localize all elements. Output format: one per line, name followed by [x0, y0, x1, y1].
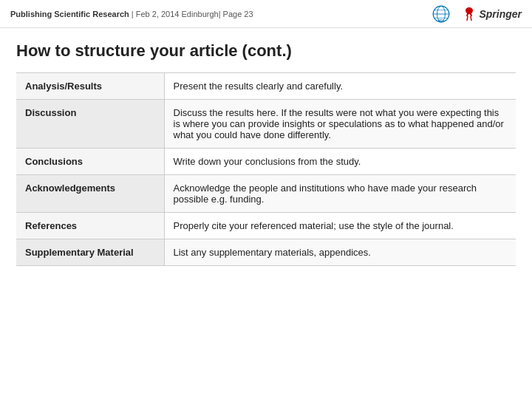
table-row: AcknowledgementsAcknowledge the people a… — [16, 175, 516, 213]
header-logos: SDL Springer — [428, 4, 522, 24]
row-description: List any supplementary materials, append… — [164, 239, 516, 266]
header-title-bold: Publishing Scientific Research — [10, 10, 129, 18]
springer-text: Springer — [479, 8, 522, 20]
svg-text:SDL: SDL — [438, 18, 445, 22]
svg-line-7 — [467, 16, 468, 21]
table-row: ReferencesProperly cite your referenced … — [16, 213, 516, 239]
row-label: References — [16, 213, 164, 239]
row-label: Discussion — [16, 100, 164, 149]
row-description: Acknowledge the people and institutions … — [164, 175, 516, 213]
row-description: Present the results clearly and carefull… — [164, 73, 516, 100]
structure-table: Analysis/ResultsPresent the results clea… — [16, 72, 516, 266]
table-row: DiscussionDiscuss the results here. If t… — [16, 100, 516, 149]
row-label: Acknowledgements — [16, 175, 164, 213]
header: Publishing Scientific Research | Feb 2, … — [0, 0, 532, 28]
main-content: How to structure your article (cont.) An… — [0, 28, 532, 273]
sdl-logo: SDL — [428, 4, 454, 24]
row-description: Write down your conclusions from the stu… — [164, 149, 516, 175]
springer-logo: Springer — [462, 6, 522, 22]
row-description: Properly cite your referenced material; … — [164, 213, 516, 239]
springer-horse-icon — [462, 6, 477, 22]
row-label: Conclusions — [16, 149, 164, 175]
row-description: Discuss the results here. If the results… — [164, 100, 516, 149]
page-title: How to structure your article (cont.) — [16, 41, 516, 61]
table-row: Supplementary MaterialList any supplemen… — [16, 239, 516, 266]
row-label: Analysis/Results — [16, 73, 164, 100]
svg-line-8 — [471, 16, 471, 21]
table-row: Analysis/ResultsPresent the results clea… — [16, 73, 516, 100]
header-title: Publishing Scientific Research | Feb 2, … — [10, 10, 253, 18]
table-row: ConclusionsWrite down your conclusions f… — [16, 149, 516, 175]
sdl-icon: SDL — [428, 4, 454, 24]
header-date: | Feb 2, 2014 Edinburgh| Page 23 — [132, 10, 253, 18]
svg-point-6 — [468, 7, 471, 10]
row-label: Supplementary Material — [16, 239, 164, 266]
